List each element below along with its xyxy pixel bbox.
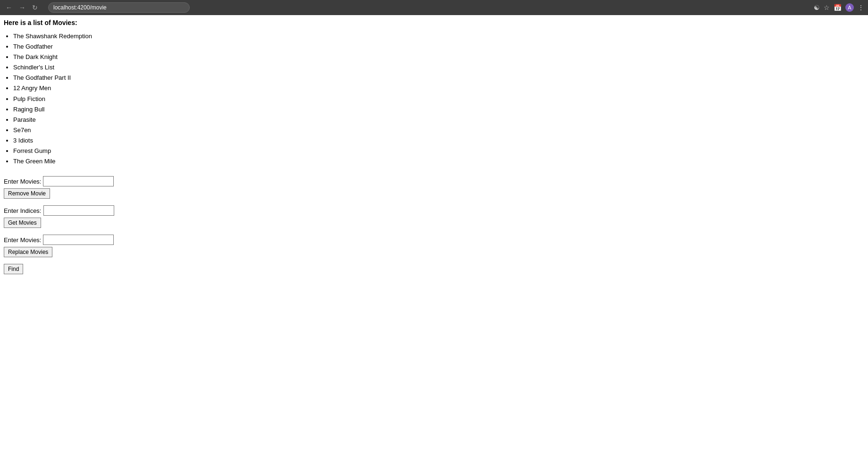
list-item: Forrest Gump [13, 146, 864, 156]
replace-movies-input[interactable] [43, 235, 114, 245]
collections-icon: 📅 [834, 4, 842, 11]
list-item: The Shawshank Redemption [13, 31, 864, 42]
browser-chrome: ← → ↻ ☯ ☆ 📅 A ⋮ [0, 0, 868, 15]
remove-movie-label: Enter Movies: [4, 178, 41, 185]
list-item: Se7en [13, 125, 864, 135]
list-item: The Godfather [13, 42, 864, 52]
list-item: 3 Idiots [13, 135, 864, 146]
remove-movie-row: Enter Movies: [4, 176, 864, 186]
list-item: Parasite [13, 115, 864, 125]
list-item: Schindler's List [13, 62, 864, 73]
forward-button[interactable]: → [17, 3, 27, 12]
replace-movies-section: Enter Movies: Replace Movies [4, 235, 864, 257]
indices-label: Enter Indices: [4, 207, 42, 214]
browser-toolbar-icons: ☯ ☆ 📅 A ⋮ [814, 3, 864, 12]
get-movies-button[interactable]: Get Movies [4, 218, 41, 228]
menu-icon: ⋮ [858, 4, 864, 11]
find-button[interactable]: Find [4, 264, 23, 274]
page-title: Here is a list of Movies: [4, 19, 864, 26]
list-item: The Dark Knight [13, 52, 864, 62]
list-item: The Green Mile [13, 156, 864, 167]
remove-movie-input[interactable] [43, 176, 114, 186]
indices-row: Enter Indices: [4, 205, 864, 216]
find-section: Find [4, 264, 864, 274]
list-item: 12 Angry Men [13, 83, 864, 93]
movies-list: The Shawshank RedemptionThe GodfatherThe… [13, 31, 864, 167]
replace-movie-label: Enter Movies: [4, 236, 41, 244]
favorites-icon: ☆ [824, 4, 830, 11]
remove-movie-section: Enter Movies: Remove Movie [4, 176, 864, 199]
list-item: Raging Bull [13, 104, 864, 115]
replace-movies-button[interactable]: Replace Movies [4, 247, 52, 257]
refresh-button[interactable]: ↻ [30, 3, 40, 12]
indices-input[interactable] [43, 205, 114, 216]
extensions-icon: ☯ [814, 4, 820, 11]
list-item: Pulp Fiction [13, 94, 864, 104]
address-bar[interactable] [48, 2, 190, 13]
profile-icon: A [845, 3, 854, 12]
list-item: The Godfather Part II [13, 73, 864, 83]
remove-movie-button[interactable]: Remove Movie [4, 188, 50, 199]
get-movies-section: Enter Indices: Get Movies [4, 205, 864, 228]
page-content: Here is a list of Movies: The Shawshank … [0, 15, 868, 278]
back-button[interactable]: ← [4, 3, 14, 12]
replace-movie-row: Enter Movies: [4, 235, 864, 245]
